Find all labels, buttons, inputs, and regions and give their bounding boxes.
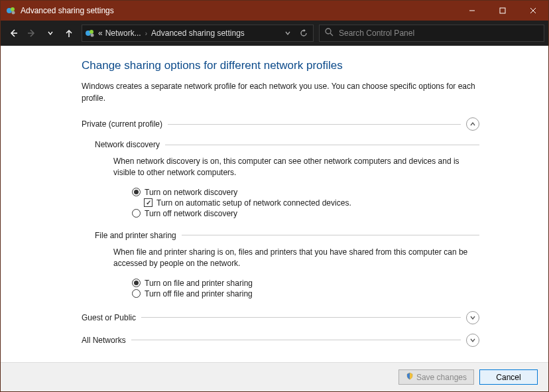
svg-point-13 <box>326 29 331 34</box>
close-button[interactable] <box>518 1 548 21</box>
page-title: Change sharing options for different net… <box>82 59 479 72</box>
expand-icon[interactable] <box>466 334 479 347</box>
checkbox-auto-setup[interactable]: Turn on automatic setup of network conne… <box>144 198 479 208</box>
minimize-button[interactable] <box>457 1 487 21</box>
radio-discovery-on[interactable]: Turn on network discovery <box>132 187 479 198</box>
section-header-discovery: Network discovery <box>95 140 479 149</box>
navigation-bar: « Network... › Advanced sharing settings… <box>1 21 548 46</box>
breadcrumb-prefix: « <box>98 29 103 38</box>
address-dropdown-button[interactable] <box>281 30 294 36</box>
cancel-button[interactable]: Cancel <box>479 369 538 385</box>
profile-label: Private (current profile) <box>82 119 162 129</box>
svg-point-2 <box>12 11 15 15</box>
svg-point-1 <box>11 7 15 11</box>
svg-point-12 <box>91 34 94 37</box>
section-header-fileshare: File and printer sharing <box>95 231 479 240</box>
section-text: When network discovery is on, this compu… <box>113 156 479 179</box>
titlebar: Advanced sharing settings <box>1 1 548 21</box>
profile-header-guest[interactable]: Guest or Public <box>82 311 479 324</box>
collapse-icon[interactable] <box>466 117 479 131</box>
search-icon <box>325 28 334 38</box>
footer: Save changes Cancel <box>1 362 548 391</box>
svg-point-11 <box>90 30 93 34</box>
search-placeholder: Search Control Panel <box>339 29 414 38</box>
forward-button[interactable] <box>23 24 40 42</box>
radio-icon <box>132 209 141 218</box>
profile-header-private[interactable]: Private (current profile) <box>82 117 479 131</box>
window-title: Advanced sharing settings <box>21 6 457 15</box>
chevron-right-icon: › <box>144 30 149 37</box>
content-area: Change sharing options for different net… <box>1 46 548 362</box>
refresh-button[interactable] <box>297 29 310 37</box>
up-button[interactable] <box>60 24 78 42</box>
maximize-button[interactable] <box>487 1 518 21</box>
radio-fileshare-off[interactable]: Turn off file and printer sharing <box>132 289 479 299</box>
shield-icon <box>406 372 414 382</box>
back-button[interactable] <box>5 24 22 42</box>
breadcrumb-item[interactable]: Advanced sharing settings <box>151 29 245 38</box>
profile-label: Guest or Public <box>82 313 136 322</box>
address-bar[interactable]: « Network... › Advanced sharing settings <box>82 25 314 42</box>
radio-discovery-off[interactable]: Turn off network discovery <box>132 208 479 219</box>
search-box[interactable]: Search Control Panel <box>319 25 544 42</box>
control-panel-icon <box>85 28 95 38</box>
expand-icon[interactable] <box>466 311 479 324</box>
page-description: Windows creates a separate network profi… <box>82 80 479 104</box>
radio-icon <box>132 289 141 298</box>
checkbox-icon <box>144 198 152 207</box>
profile-header-all-networks[interactable]: All Networks <box>82 334 479 347</box>
profile-label: All Networks <box>82 336 126 345</box>
section-text: When file and printer sharing is on, fil… <box>113 247 479 270</box>
radio-icon <box>132 279 141 287</box>
recent-locations-button[interactable] <box>42 24 59 42</box>
svg-rect-4 <box>500 8 505 13</box>
radio-fileshare-on[interactable]: Turn on file and printer sharing <box>132 278 479 289</box>
svg-line-14 <box>330 33 333 36</box>
control-panel-icon <box>6 5 17 16</box>
window: Advanced sharing settings « Network... ›… <box>0 0 549 392</box>
breadcrumb-item[interactable]: Network... <box>105 29 141 38</box>
save-changes-button[interactable]: Save changes <box>398 369 474 385</box>
radio-icon <box>132 188 141 196</box>
